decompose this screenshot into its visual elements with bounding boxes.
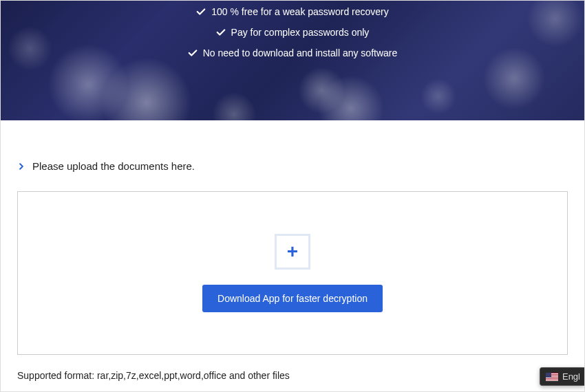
supported-format-text: Supported format: rar,zip,7z,excel,ppt,w… [17,370,568,381]
main-content: Please upload the documents here. + Down… [1,120,584,392]
feature-text: No need to download and install any soft… [203,47,398,58]
feature-item: No need to download and install any soft… [188,47,398,58]
plus-icon: + [287,242,298,261]
language-label: Engl [562,371,580,382]
language-selector[interactable]: Engl [540,367,584,386]
download-app-button[interactable]: Download App for faster decryption [202,285,383,312]
add-file-button[interactable]: + [275,234,310,270]
feature-text: Pay for complex passwords only [231,27,370,38]
hero-banner: 100 % free for a weak password recovery … [1,1,584,120]
upload-dropzone[interactable]: + Download App for faster decryption [17,191,568,355]
check-icon [188,48,198,58]
us-flag-icon [546,373,558,381]
feature-text: 100 % free for a weak password recovery [211,6,389,17]
feature-item: 100 % free for a weak password recovery [196,6,389,17]
feature-item: Pay for complex passwords only [216,27,370,38]
upload-section-header: Please upload the documents here. [17,160,568,172]
check-icon [216,28,226,37]
feature-list: 100 % free for a weak password recovery … [1,1,584,58]
upload-prompt: Please upload the documents here. [32,160,195,172]
chevron-right-icon [17,162,25,171]
check-icon [196,7,206,17]
